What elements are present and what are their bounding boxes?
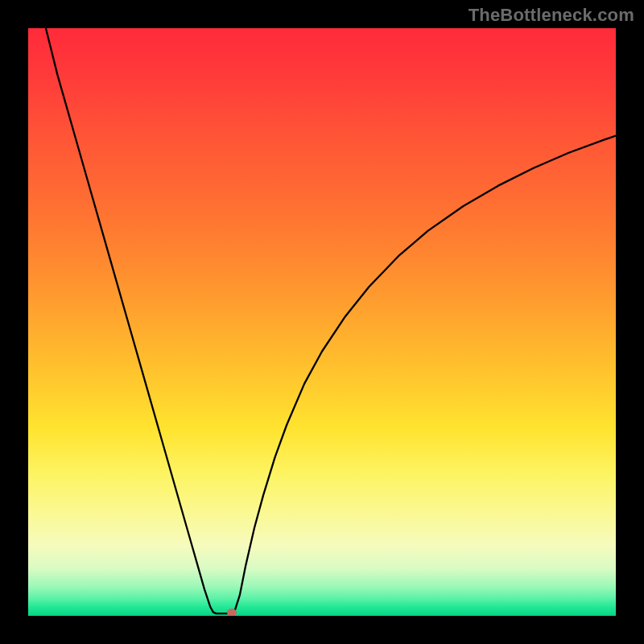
curve-svg [28, 28, 616, 616]
plot-area [28, 28, 616, 616]
minimum-marker [227, 609, 237, 616]
watermark-text: TheBottleneck.com [469, 5, 634, 26]
chart-frame: TheBottleneck.com [0, 0, 644, 644]
bottleneck-curve [46, 28, 616, 613]
